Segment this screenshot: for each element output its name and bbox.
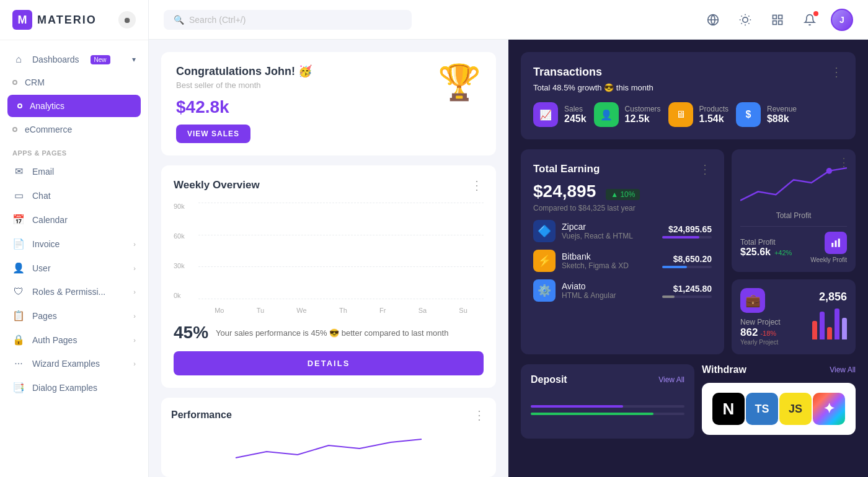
notification-icon[interactable] (799, 9, 821, 31)
theme-icon[interactable] (734, 9, 756, 31)
home-icon: ⌂ (12, 54, 25, 65)
svg-line-7 (742, 23, 742, 24)
notification-dot (813, 11, 818, 16)
zipcar-progress-wrap (662, 236, 712, 239)
sidebar-item-chat[interactable]: ▭ Chat (0, 183, 148, 208)
svg-rect-11 (773, 20, 777, 24)
translate-icon[interactable] (702, 9, 724, 31)
view-sales-button[interactable]: VIEW SALES (176, 125, 250, 143)
earning-item-bitbank: ⚡ Bitbank Sketch, Figma & XD $8,650.20 (533, 250, 712, 272)
svg-rect-10 (779, 15, 782, 19)
sidebar-item-dashboards[interactable]: ⌂ Dashboards New ▾ (0, 48, 148, 71)
customers-label: Customers (625, 105, 661, 113)
topbar-actions: J (702, 9, 853, 31)
sidebar-logo: M MATERIO ⏺ (0, 0, 148, 40)
sidebar-item-roles[interactable]: 🛡 Roles & Permissi... › (0, 280, 148, 304)
chart-y-labels: 90k 60k 30k 0k (174, 203, 185, 299)
withdraw-tech-column: Withdraw View All N TS JS ✦ (702, 364, 856, 439)
weekly-card: Weekly Overview ⋮ 90k 60k 30k 0k (161, 165, 496, 388)
circle-icon (12, 80, 17, 85)
chevron-down-icon: ▾ (132, 55, 136, 64)
revenue-value: $88k (767, 113, 797, 125)
right-panel: Transactions ⋮ Total 48.5% growth 😎 this… (508, 40, 868, 477)
sidebar-item-crm[interactable]: CRM (0, 71, 148, 94)
sidebar-item-analytics[interactable]: Analytics (7, 95, 141, 117)
grid-icon[interactable] (766, 9, 789, 31)
sidebar-item-wizard[interactable]: ··· Wizard Examples › (0, 352, 148, 375)
earning-item-aviato: ⚙️ Aviato HTML & Angular $1,245.80 (533, 279, 712, 302)
weekly-menu-icon[interactable]: ⋮ (471, 178, 484, 193)
aviato-val: $1,245.80 (662, 284, 712, 294)
bar3 (827, 327, 832, 339)
logo-text: MATERIO (37, 14, 97, 27)
performance-menu-icon[interactable]: ⋮ (473, 408, 486, 422)
bar4 (835, 309, 839, 339)
sidebar-item-calendar[interactable]: 📅 Calendar (0, 208, 148, 232)
earning-amount-row: $24,895 ▲ 10% (533, 182, 712, 201)
stat-customers: 👤 Customers 12.5k (594, 102, 661, 127)
chevron-right-icon6: › (133, 360, 136, 367)
calendar-icon: 📅 (12, 214, 25, 225)
transactions-title: Transactions (533, 66, 602, 79)
new-project-card: 💼 New Project 862 -18% Yearly Project 2,… (732, 279, 856, 354)
profit-menu-icon[interactable]: ⋮ (838, 155, 849, 169)
sidebar-item-user[interactable]: 👤 User › (0, 256, 148, 280)
sidebar-item-auth[interactable]: 🔒 Auth Pages › (0, 328, 148, 352)
sidebar-item-invoice[interactable]: 📄 Invoice › (0, 232, 148, 256)
zipcar-progress (662, 236, 699, 239)
stat-revenue: $ Revenue $88k (736, 102, 797, 127)
svg-line-3 (742, 15, 742, 16)
chart-bars (198, 203, 484, 299)
weekly-header: Weekly Overview ⋮ (174, 178, 484, 193)
auth-label: Auth Pages (32, 335, 77, 345)
avatar[interactable]: J (831, 9, 853, 31)
circle-active-icon (17, 103, 22, 108)
zipcar-icon: 🔷 (533, 220, 556, 242)
weekly-footer: 45% Your sales performance is 45% 😎 bett… (174, 323, 484, 343)
pages-icon: 📋 (12, 310, 25, 322)
earning-amount: $24,895 (533, 182, 596, 201)
svg-line-8 (748, 15, 749, 16)
stat-sales: 📈 Sales 245k (533, 102, 587, 127)
deposit-view-all[interactable]: View All (658, 375, 684, 384)
user-icon: 👤 (12, 262, 25, 274)
chat-label: Chat (32, 191, 51, 201)
logo-icon: M (12, 10, 32, 30)
transactions-menu-icon[interactable]: ⋮ (830, 64, 843, 79)
sidebar-item-pages[interactable]: 📋 Pages › (0, 304, 148, 328)
bar-chart-icon (825, 232, 847, 254)
revenue-icon: $ (736, 102, 761, 127)
weekly-percentage: 45% (174, 323, 208, 343)
weekly-description: Your sales performance is 45% 😎 better c… (216, 328, 448, 338)
dashboards-label: Dashboards (32, 55, 79, 64)
earning-card: Total Earning ⋮ $24,895 ▲ 10% Compared t… (521, 149, 724, 354)
sidebar-item-ecommerce[interactable]: eCommerce (0, 118, 148, 141)
products-value: 1.54k (699, 113, 728, 125)
aviato-name: Aviato (562, 281, 616, 291)
svg-rect-16 (838, 239, 840, 247)
sales-icon: 📈 (533, 102, 558, 127)
search-placeholder: Search (Ctrl+/) (189, 15, 246, 25)
circle-icon2 (12, 127, 17, 132)
customers-icon: 👤 (594, 102, 619, 127)
sidebar-item-email[interactable]: ✉ Email (0, 159, 148, 183)
apps-section-label: APPS & PAGES (0, 141, 148, 159)
details-button[interactable]: DETAILS (174, 351, 484, 375)
earning-menu-icon[interactable]: ⋮ (699, 162, 712, 177)
sales-label: Sales (564, 105, 587, 113)
earning-title: Total Earning (533, 163, 600, 175)
sidebar-item-dialog[interactable]: 📑 Dialog Examples (0, 375, 148, 400)
search-box[interactable]: 🔍 Search (Ctrl+/) (164, 10, 412, 30)
mini-bars (812, 309, 847, 339)
chevron-right-icon4: › (133, 312, 136, 320)
javascript-icon: JS (779, 393, 812, 425)
email-icon: ✉ (12, 165, 25, 177)
withdraw-view-all[interactable]: View All (830, 365, 856, 374)
sidebar-record-icon[interactable]: ⏺ (118, 11, 136, 28)
deposit-card: Deposit View All (521, 364, 694, 439)
bitbank-icon: ⚡ (533, 250, 556, 272)
wizard-icon: ··· (12, 358, 25, 369)
performance-header: Performance ⋮ (171, 408, 486, 422)
bar5 (842, 318, 847, 339)
tech-card: N TS JS ✦ (702, 383, 856, 435)
